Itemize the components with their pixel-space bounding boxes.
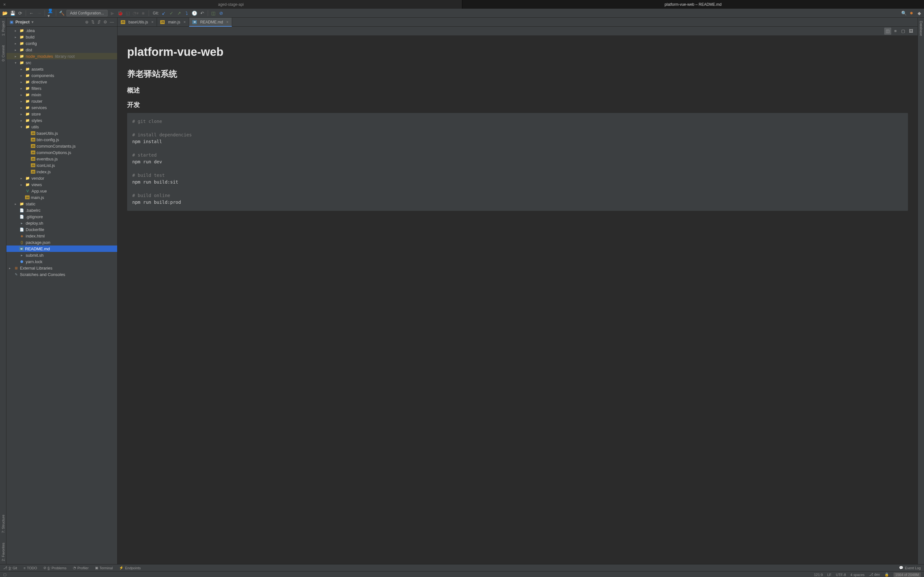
stop-icon[interactable]: ■: [140, 10, 146, 16]
memory-indicator[interactable]: 1564 of 2048M: [893, 572, 921, 577]
close-icon[interactable]: ×: [183, 20, 185, 24]
block-icon[interactable]: ⊘: [218, 10, 224, 16]
todo-tool-button[interactable]: ≡ TODO: [23, 566, 37, 570]
tree-item[interactable]: {}package.json: [6, 239, 117, 245]
lock-icon[interactable]: 🔒: [885, 572, 889, 577]
tree-item[interactable]: ◈index.html: [6, 233, 117, 239]
editor-only-icon[interactable]: ≡: [892, 27, 899, 35]
debug-icon[interactable]: 🐞: [117, 10, 123, 16]
settings-icon[interactable]: ⚙: [103, 19, 107, 24]
code-with-me-icon[interactable]: ◫: [211, 10, 216, 16]
profiler-tool-button[interactable]: ◔ Profiler: [73, 566, 89, 570]
profile-icon[interactable]: ◔▾: [132, 10, 139, 16]
coverage-icon[interactable]: ◱: [125, 10, 131, 16]
back-icon[interactable]: ←: [29, 10, 34, 16]
reload-icon[interactable]: ⟳: [17, 10, 23, 16]
favorites-tool-label[interactable]: 2: Favorites: [1, 543, 5, 561]
encoding[interactable]: UTF-8: [836, 573, 846, 577]
forward-icon[interactable]: →: [36, 10, 42, 16]
tree-item[interactable]: ▸📁vendor: [6, 175, 117, 181]
problems-tool-button[interactable]: ⊘ 6: Problems: [44, 566, 66, 570]
project-title[interactable]: Project: [15, 19, 29, 24]
tree-item[interactable]: ▸📁views: [6, 181, 117, 188]
rollback-icon[interactable]: ↶: [199, 10, 205, 16]
tree-item[interactable]: ▸📁config: [6, 40, 117, 47]
editor-tab[interactable]: JSmain.js×: [157, 18, 189, 26]
preview-only-icon[interactable]: ▢: [900, 27, 907, 35]
git-tool-button[interactable]: ⎇ 9: Git: [3, 566, 17, 570]
tree-item[interactable]: VApp.vue: [6, 188, 117, 194]
project-tool-label[interactable]: 1: Project: [1, 21, 5, 35]
line-separator[interactable]: LF: [827, 573, 832, 577]
terminal-tool-button[interactable]: ▣ Terminal: [95, 566, 113, 570]
user-icon[interactable]: 👤▾: [47, 10, 53, 16]
image-icon[interactable]: 🖼: [907, 27, 914, 35]
tree-item[interactable]: JScommonConstants.js: [6, 143, 117, 149]
tree-item[interactable]: ▸📁assets: [6, 66, 117, 72]
tree-item[interactable]: JSmain.js: [6, 194, 117, 201]
tree-item[interactable]: ▸📁services: [6, 104, 117, 111]
indent[interactable]: 4 spaces: [850, 573, 864, 577]
history-icon[interactable]: 🕑: [192, 10, 197, 16]
build-icon[interactable]: 🔨: [59, 10, 65, 16]
tree-item[interactable]: ▸📁node_moduleslibrary root: [6, 53, 117, 60]
open-icon[interactable]: 📂: [2, 10, 8, 16]
project-view-icon[interactable]: ▣: [10, 19, 13, 24]
tree-item[interactable]: ▾📁utils: [6, 124, 117, 130]
tree-item[interactable]: ▸📁components: [6, 72, 117, 79]
save-icon[interactable]: 💾: [10, 10, 15, 16]
run-config-dropdown[interactable]: Add Configuration...: [66, 10, 108, 16]
tree-item[interactable]: ⬢yarn.lock: [6, 258, 117, 265]
event-log-button[interactable]: 💬 Event Log: [899, 566, 921, 570]
close-icon[interactable]: ×: [226, 20, 229, 24]
editor-tab[interactable]: JSbaseUtils.js×: [118, 18, 157, 26]
tree-item[interactable]: ▸📁store: [6, 111, 117, 117]
tree-item[interactable]: ▸⊞External Libraries: [6, 265, 117, 271]
expand-all-icon[interactable]: ⇅: [91, 19, 95, 24]
tree-item[interactable]: JSindex.js: [6, 168, 117, 175]
git-push-icon[interactable]: ↗: [176, 10, 182, 16]
run-icon[interactable]: ▶: [110, 10, 115, 16]
tree-item[interactable]: 📄Dockerfile: [6, 226, 117, 233]
git-update-icon[interactable]: ↙: [161, 10, 167, 16]
select-opened-icon[interactable]: ⊕: [85, 19, 89, 24]
tree-item[interactable]: JSeventbus.js: [6, 156, 117, 162]
close-icon[interactable]: ×: [3, 2, 6, 7]
tree-item[interactable]: ▸📁dist: [6, 47, 117, 53]
git-compare-icon[interactable]: ⤵: [184, 10, 190, 16]
tree-item[interactable]: ▸📁static: [6, 201, 117, 207]
editor-preview-split-icon[interactable]: ◫: [884, 27, 891, 35]
editor-tab[interactable]: MREADME.md×: [189, 18, 232, 26]
tree-item[interactable]: JSbtn-config.js: [6, 136, 117, 143]
tool-window-icon[interactable]: ▢: [3, 572, 6, 577]
cursor-position[interactable]: 121:9: [814, 573, 823, 577]
toolbox-icon[interactable]: ◆: [916, 10, 922, 16]
app-tab-left[interactable]: × aged-stage-api: [0, 0, 462, 9]
tree-item[interactable]: MREADME.md: [6, 245, 117, 252]
tree-item[interactable]: JScommonOptions.js: [6, 149, 117, 156]
tree-item[interactable]: JSbaseUtils.js: [6, 130, 117, 136]
git-commit-icon[interactable]: ✓: [169, 10, 174, 16]
tree-item[interactable]: ▾📁src: [6, 60, 117, 66]
collapse-all-icon[interactable]: ⇵: [97, 19, 101, 24]
project-tree[interactable]: ▸📁.idea▸📁build▸📁config▸📁dist▸📁node_modul…: [6, 27, 117, 564]
tree-item[interactable]: 📄.babelrc: [6, 207, 117, 213]
updates-icon[interactable]: ●: [909, 10, 914, 16]
structure-tool-label[interactable]: 7: Structure: [1, 515, 5, 533]
tree-item[interactable]: ▸📁styles: [6, 117, 117, 124]
tree-item[interactable]: ▸📁mixin: [6, 92, 117, 98]
tree-item[interactable]: ▸📁router: [6, 98, 117, 104]
hide-icon[interactable]: —: [110, 19, 114, 24]
tree-item[interactable]: ▸submit.sh: [6, 252, 117, 258]
git-branch[interactable]: ⎇ dev: [869, 572, 880, 577]
tree-item[interactable]: ▸📁build: [6, 34, 117, 40]
dropdown-icon[interactable]: ▾: [31, 19, 34, 24]
tree-item[interactable]: ▸📁filters: [6, 85, 117, 92]
tree-item[interactable]: ▸📁directive: [6, 79, 117, 85]
database-tool-label[interactable]: Database: [919, 21, 923, 36]
tree-item[interactable]: ▸deploy.sh: [6, 220, 117, 226]
commit-tool-label[interactable]: 0: Commit: [1, 45, 5, 61]
close-icon[interactable]: ×: [151, 20, 153, 24]
search-everywhere-icon[interactable]: 🔍: [901, 10, 907, 16]
tree-item[interactable]: 📄.gitignore: [6, 213, 117, 220]
